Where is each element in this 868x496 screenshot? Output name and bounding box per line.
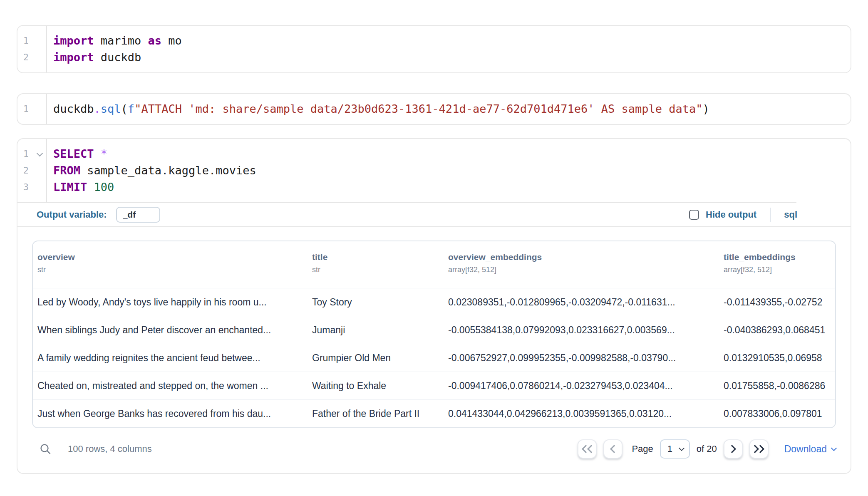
table-body: Led by Woody, Andy's toys live happily i… xyxy=(33,288,835,427)
column-name: overview xyxy=(37,252,308,262)
column-header-overview-embeddings[interactable]: overview_embeddings array[f32, 512] xyxy=(444,241,719,288)
table-cell: 0.0132910535,0.06958 xyxy=(719,352,835,364)
code-token xyxy=(87,181,94,193)
table-cell: Jumanji xyxy=(308,325,444,336)
table-cell: Grumpier Old Men xyxy=(308,352,444,364)
code-token: duckdb xyxy=(94,51,141,64)
sql-cell: 123SELECT *FROM sample_data.kaggle.movie… xyxy=(17,138,851,474)
code-token: * xyxy=(101,147,107,160)
line-number: 2 xyxy=(17,162,46,179)
line-number-gutter: 12 xyxy=(17,26,47,72)
code-editor-content[interactable]: duckdb.sql(f"ATTACH 'md:_share/sample_da… xyxy=(47,94,851,124)
table-cell: Waiting to Exhale xyxy=(308,380,444,392)
table-cell: -0.040386293,0.068451 xyxy=(719,325,835,336)
line-number: 1 xyxy=(17,32,46,49)
next-page-button[interactable] xyxy=(724,439,743,459)
chevron-down-icon xyxy=(679,445,684,451)
table-cell: 0.007833006,0.097801 xyxy=(719,408,835,419)
code-token: as xyxy=(148,34,162,47)
column-header-title-embeddings[interactable]: title_embeddings array[f32, 512] xyxy=(719,241,835,288)
code-editor[interactable]: 123SELECT *FROM sample_data.kaggle.movie… xyxy=(17,139,851,202)
code-token: import xyxy=(53,51,94,64)
code-editor-content[interactable]: import marimo as moimport duckdb xyxy=(47,26,851,72)
page-label: Page xyxy=(632,444,653,454)
table-cell: Father of the Bride Part II xyxy=(308,408,444,419)
table-cell: -0.0055384138,0.07992093,0.023316627,0.0… xyxy=(444,325,719,336)
double-chevron-left-icon xyxy=(582,446,593,452)
hide-output-label[interactable]: Hide output xyxy=(706,209,756,220)
table-row: Cheated on, mistreated and stepped on, t… xyxy=(33,372,835,399)
hide-output-checkbox[interactable] xyxy=(689,210,699,220)
code-token: marimo xyxy=(94,34,148,47)
column-header-title[interactable]: title str xyxy=(308,241,444,288)
notebook-page: 12import marimo as moimport duckdb 1duck… xyxy=(0,0,868,474)
column-type: str xyxy=(37,265,308,274)
last-page-button[interactable] xyxy=(749,439,769,459)
code-token: mo xyxy=(161,34,182,47)
code-token: . xyxy=(94,102,101,115)
code-token: SELECT xyxy=(53,147,94,160)
page-number-select[interactable]: 1 xyxy=(660,439,690,459)
prev-page-button[interactable] xyxy=(603,439,622,459)
code-token: FROM xyxy=(53,164,80,177)
language-badge[interactable]: sql xyxy=(784,209,797,220)
line-number-gutter: 1 xyxy=(17,94,47,124)
download-button[interactable]: Download xyxy=(784,444,836,455)
code-token: sql xyxy=(101,102,121,115)
column-type: str xyxy=(312,265,444,274)
fold-chevron-icon[interactable] xyxy=(37,150,43,157)
code-token: LIMIT xyxy=(53,181,87,193)
code-line: SELECT * xyxy=(53,146,851,162)
table-cell: Cheated on, mistreated and stepped on, t… xyxy=(33,380,308,392)
chevron-down-icon xyxy=(831,445,837,451)
table-header-row: overview str title str overview_embeddin… xyxy=(33,241,835,288)
dataframe-table: overview str title str overview_embeddin… xyxy=(32,241,836,428)
line-number-gutter: 123 xyxy=(17,139,47,202)
code-token: ( xyxy=(121,102,128,115)
table-cell: 0.023089351,-0.012809965,-0.03209472,-0.… xyxy=(444,297,719,308)
table-cell: A family wedding reignites the ancient f… xyxy=(33,352,308,364)
output-variable-input[interactable] xyxy=(116,207,160,223)
sql-cell-toolbar: Output variable: Hide output sql xyxy=(17,203,851,226)
line-number: 2 xyxy=(17,49,46,66)
column-name: title_embeddings xyxy=(724,252,835,262)
column-header-overview[interactable]: overview str xyxy=(33,241,308,288)
code-token: import xyxy=(53,34,94,47)
chevron-left-icon xyxy=(610,445,618,453)
table-cell: Toy Story xyxy=(308,297,444,308)
table-cell: -0.009417406,0.07860214,-0.023279453,0.0… xyxy=(444,380,719,392)
cell-output: overview str title str overview_embeddin… xyxy=(17,227,851,473)
table-row: Led by Woody, Andy's toys live happily i… xyxy=(33,288,835,316)
table-cell: -0.006752927,0.099952355,-0.009982588,-0… xyxy=(444,352,719,364)
column-name: overview_embeddings xyxy=(448,252,719,262)
code-cell-imports: 12import marimo as moimport duckdb xyxy=(17,25,851,73)
code-line: import marimo as mo xyxy=(53,32,851,49)
page-number-value: 1 xyxy=(667,444,672,454)
table-row: When siblings Judy and Peter discover an… xyxy=(33,316,835,344)
code-editor[interactable]: 1duckdb.sql(f"ATTACH 'md:_share/sample_d… xyxy=(17,94,851,124)
double-chevron-right-icon xyxy=(754,446,764,452)
column-type: array[f32, 512] xyxy=(448,265,719,274)
table-row: A family wedding reignites the ancient f… xyxy=(33,344,835,372)
search-icon[interactable] xyxy=(40,443,51,455)
code-line: LIMIT 100 xyxy=(53,179,851,196)
code-token: "ATTACH 'md:_share/sample_data/23b0d623-… xyxy=(134,102,702,115)
code-token: f xyxy=(128,102,134,115)
download-label: Download xyxy=(784,444,827,455)
code-token xyxy=(94,147,101,160)
output-variable-label: Output variable: xyxy=(37,209,107,220)
first-page-button[interactable] xyxy=(578,439,597,459)
code-editor[interactable]: 12import marimo as moimport duckdb xyxy=(17,26,851,72)
pagination: Page 1 of 20 Download xyxy=(578,439,836,459)
code-token: ) xyxy=(703,102,709,115)
code-editor-content[interactable]: SELECT *FROM sample_data.kaggle.moviesLI… xyxy=(47,139,851,202)
table-cell: Just when George Banks has recovered fro… xyxy=(33,408,308,419)
table-cell: 0.01755858,-0.0086286 xyxy=(719,380,835,392)
table-cell: Led by Woody, Andy's toys live happily i… xyxy=(33,297,308,308)
code-line: duckdb.sql(f"ATTACH 'md:_share/sample_da… xyxy=(53,101,851,117)
code-line: import duckdb xyxy=(53,49,851,66)
code-token: sample_data.kaggle.movies xyxy=(80,164,256,177)
table-cell: -0.011439355,-0.02752 xyxy=(719,297,835,308)
page-total-label: of 20 xyxy=(697,444,717,454)
line-number: 1 xyxy=(17,101,46,117)
